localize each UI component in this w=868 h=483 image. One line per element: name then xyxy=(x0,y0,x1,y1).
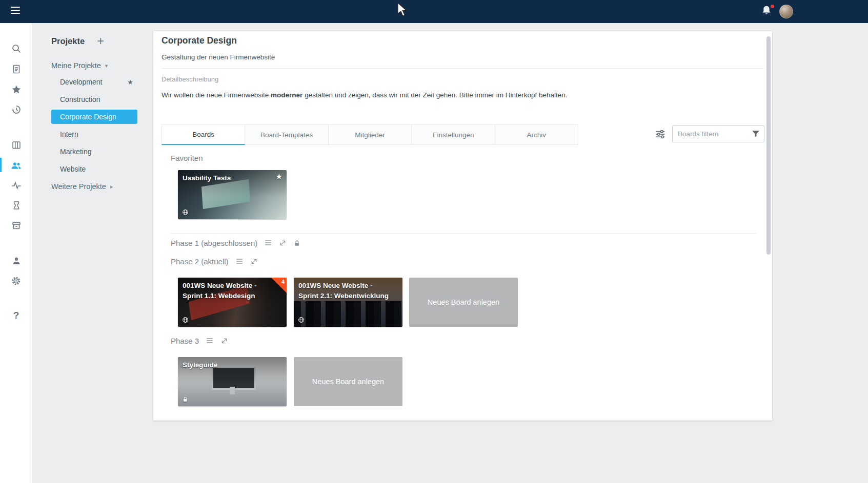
main-panel: Corporate Design Gestaltung der neuen Fi… xyxy=(153,31,772,421)
section-title: Phase 1 (abgeschlossen) xyxy=(171,239,257,247)
card-count: 4 xyxy=(281,279,285,285)
group-meine-projekte[interactable]: Meine Projekte ▾ xyxy=(51,60,108,71)
section-list-icon[interactable] xyxy=(264,239,272,247)
star-icon[interactable] xyxy=(0,79,32,100)
sidebar-item-marketing[interactable]: Marketing xyxy=(51,143,137,160)
board-title: Usability Tests xyxy=(183,173,273,183)
sidebar-item-corporate-design[interactable]: Corporate Design xyxy=(51,110,137,124)
board-title: Styleguide xyxy=(183,360,273,370)
divider xyxy=(162,68,764,69)
tab-archiv[interactable]: Archiv xyxy=(495,124,578,145)
detail-label: Detailbeschreibung xyxy=(162,75,218,83)
board-icon[interactable] xyxy=(0,135,32,155)
board-sprint-2-1[interactable]: 001WS Neue Website - Sprint 2.1: Webentw… xyxy=(294,278,402,327)
tune-icon[interactable] xyxy=(655,129,667,141)
board-styleguide[interactable]: Styleguide xyxy=(178,357,287,406)
board-title: 001WS Neue Website - Sprint 1.1: Webdesi… xyxy=(183,281,273,301)
section-list-icon[interactable] xyxy=(235,257,244,265)
board-usability-tests[interactable]: Usability Tests ★ xyxy=(178,170,287,219)
user-icon[interactable] xyxy=(0,250,32,271)
activity-icon[interactable] xyxy=(0,175,32,196)
icon-sidebar: ? xyxy=(0,23,32,483)
board-sprint-1-1[interactable]: 001WS Neue Website - Sprint 1.1: Webdesi… xyxy=(178,278,287,327)
chevron-down-icon: ▾ xyxy=(105,62,108,69)
section-phase3: Phase 3 xyxy=(171,335,228,346)
add-board-label: Neues Board anlegen xyxy=(428,298,499,306)
lock-icon xyxy=(182,396,188,403)
sidebar-item-construction[interactable]: Construction xyxy=(51,91,137,108)
tab-boards[interactable]: Boards xyxy=(162,124,245,145)
chevron-right-icon: ▸ xyxy=(110,183,113,190)
divider xyxy=(171,233,756,234)
topbar xyxy=(0,0,868,23)
add-board-label: Neues Board anlegen xyxy=(312,377,384,386)
board-favorite-star-icon[interactable]: ★ xyxy=(276,172,282,181)
tab-bar: Boards Board-Templates Mitglieder Einste… xyxy=(162,124,578,145)
sidebar-item-label: Corporate Design xyxy=(60,113,116,121)
projects-panel: Projekte + Meine Projekte ▾ Development … xyxy=(32,23,162,483)
sidebar-item-label: Marketing xyxy=(60,148,91,156)
search-icon[interactable] xyxy=(0,38,32,59)
tab-mitglieder[interactable]: Mitglieder xyxy=(329,124,412,145)
page-title: Corporate Design xyxy=(162,35,237,46)
app: { "colors": { "accent": "#2bafe8", "topb… xyxy=(0,0,868,483)
avatar[interactable] xyxy=(779,5,793,18)
archive-icon[interactable] xyxy=(0,216,32,236)
sidebar-item-label: Construction xyxy=(60,95,100,103)
sidebar-item-label: Intern xyxy=(60,130,78,138)
hourglass-icon[interactable] xyxy=(0,195,32,216)
globe-icon xyxy=(182,317,189,323)
globe-icon xyxy=(182,209,189,216)
boards-filter-input[interactable] xyxy=(672,125,764,142)
mouse-cursor xyxy=(396,2,408,17)
sidebar-item-label: Development xyxy=(60,78,103,86)
projects-title: Projekte xyxy=(51,36,85,46)
section-title: Phase 3 xyxy=(171,337,199,345)
notification-badge xyxy=(770,4,775,9)
section-list-icon[interactable] xyxy=(206,337,214,345)
filter-funnel-icon[interactable] xyxy=(751,129,761,139)
history-icon[interactable] xyxy=(0,99,32,120)
section-title: Phase 2 (aktuell) xyxy=(171,257,229,266)
sidebar-item-development[interactable]: Development ★ xyxy=(51,73,137,91)
add-board-button[interactable]: Neues Board anlegen xyxy=(409,278,518,327)
detail-text: Wir wollen die neue Firmenwebsite modern… xyxy=(162,91,725,99)
section-phase1: Phase 1 (abgeschlossen) xyxy=(171,237,300,248)
group-weitere-projekte[interactable]: Weitere Projekte ▸ xyxy=(51,181,113,192)
page-subtitle: Gestaltung der neuen Firmenwebsite xyxy=(162,53,275,61)
section-lock-icon xyxy=(293,239,300,247)
section-phase2: Phase 2 (aktuell) xyxy=(171,256,258,267)
section-collapse-icon[interactable] xyxy=(250,258,258,265)
section-title: Favoriten xyxy=(171,154,203,162)
add-board-button[interactable]: Neues Board anlegen xyxy=(294,357,402,406)
favorite-star-icon[interactable]: ★ xyxy=(127,78,133,86)
settings-icon[interactable] xyxy=(0,270,32,291)
tab-einstellungen[interactable]: Einstellungen xyxy=(412,124,495,145)
group-label: Meine Projekte xyxy=(51,61,101,70)
section-expand-icon[interactable] xyxy=(279,239,287,247)
sidebar-item-intern[interactable]: Intern xyxy=(51,125,137,143)
help-icon[interactable]: ? xyxy=(0,305,32,326)
section-favoriten: Favoriten xyxy=(171,152,203,163)
menu-icon[interactable] xyxy=(11,7,22,17)
tab-board-templates[interactable]: Board-Templates xyxy=(245,124,328,145)
sidebar-item-label: Website xyxy=(60,165,86,173)
board-title: 001WS Neue Website - Sprint 2.1: Webentw… xyxy=(298,281,389,301)
section-collapse-icon[interactable] xyxy=(220,337,228,345)
add-project-icon[interactable]: + xyxy=(97,36,104,46)
notifications-button[interactable] xyxy=(760,5,775,19)
team-icon[interactable] xyxy=(0,155,32,175)
group-label: Weitere Projekte xyxy=(51,182,106,191)
globe-icon xyxy=(298,317,305,323)
sidebar-item-website[interactable]: Website xyxy=(51,160,137,178)
scrollbar-thumb[interactable] xyxy=(766,36,771,255)
document-icon[interactable] xyxy=(0,59,32,79)
